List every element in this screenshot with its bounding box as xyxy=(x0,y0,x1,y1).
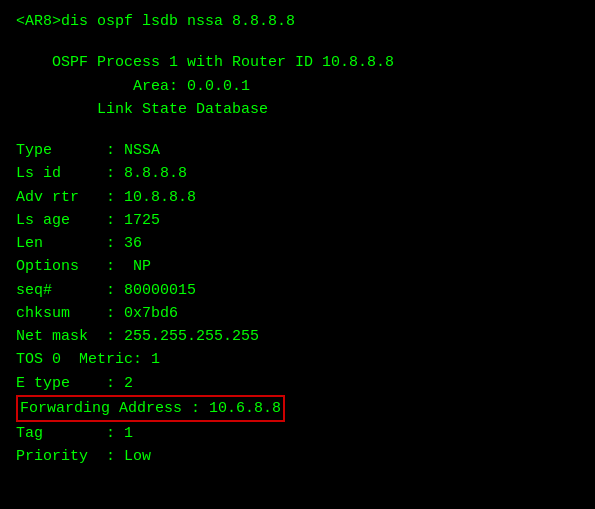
field-row: Adv rtr : 10.8.8.8 xyxy=(16,186,579,209)
field-row: Ls id : 8.8.8.8 xyxy=(16,162,579,185)
field-row: seq# : 80000015 xyxy=(16,279,579,302)
header-line1: OSPF Process 1 with Router ID 10.8.8.8 xyxy=(16,51,579,74)
terminal-container: <AR8>dis ospf lsdb nssa 8.8.8.8 OSPF Pro… xyxy=(16,10,579,469)
field-row: chksum : 0x7bd6 xyxy=(16,302,579,325)
field-row: Forwarding Address : 10.6.8.8 xyxy=(16,395,579,422)
field-row: TOS 0 Metric: 1 xyxy=(16,348,579,371)
field-row: E type : 2 xyxy=(16,372,579,395)
field-row: Priority : Low xyxy=(16,445,579,468)
field-row: Len : 36 xyxy=(16,232,579,255)
header-line2: Area: 0.0.0.1 xyxy=(16,75,579,98)
forwarding-address-row: Forwarding Address : 10.6.8.8 xyxy=(16,395,285,422)
field-row: Ls age : 1725 xyxy=(16,209,579,232)
field-row: Options : NP xyxy=(16,255,579,278)
fields-container: Type : NSSALs id : 8.8.8.8Adv rtr : 10.8… xyxy=(16,139,579,469)
field-row: Type : NSSA xyxy=(16,139,579,162)
header-line3: Link State Database xyxy=(16,98,579,121)
field-row: Net mask : 255.255.255.255 xyxy=(16,325,579,348)
prompt-line: <AR8>dis ospf lsdb nssa 8.8.8.8 xyxy=(16,10,579,33)
field-row: Tag : 1 xyxy=(16,422,579,445)
